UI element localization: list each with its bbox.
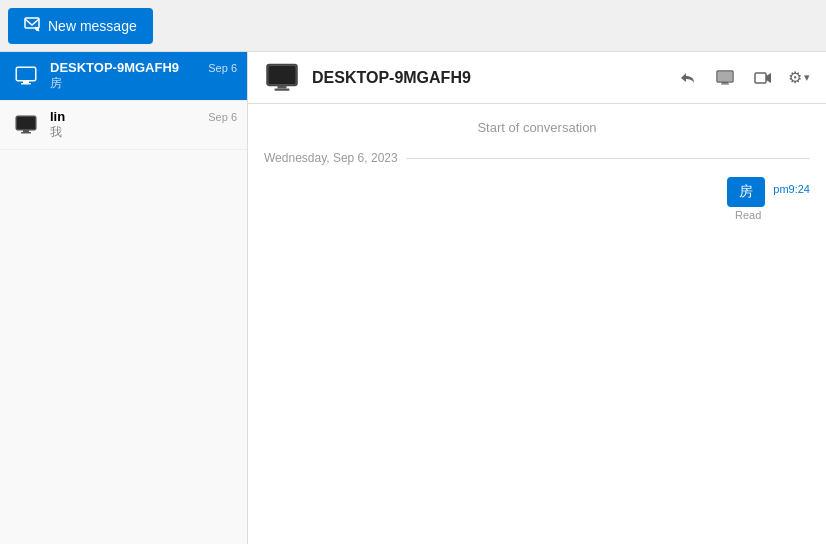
conv-date-desktop: Sep 6 [208, 60, 237, 74]
settings-dropdown-button[interactable]: ⚙ ▾ [788, 68, 810, 87]
main-layout: DESKTOP-9MGAFH9 房 Sep 6 lin 我 Sep 6 [0, 52, 826, 544]
svg-rect-5 [17, 68, 35, 80]
header-bar: New message [0, 0, 826, 52]
conversation-item-lin[interactable]: lin 我 Sep 6 [0, 101, 247, 150]
conv-info-lin: lin 我 [50, 109, 208, 141]
svg-rect-10 [23, 130, 29, 132]
conv-preview-lin: 我 [50, 124, 208, 141]
message-status: Read [727, 209, 765, 221]
svg-rect-19 [721, 83, 729, 84]
svg-rect-15 [275, 88, 290, 90]
settings-icon: ⚙ [788, 68, 802, 87]
svg-rect-0 [25, 18, 39, 28]
svg-rect-7 [21, 83, 31, 85]
new-message-button[interactable]: New message [8, 8, 153, 44]
chat-header-avatar [264, 60, 300, 96]
new-message-label: New message [48, 18, 137, 34]
message-bubble: 房 [727, 177, 765, 207]
svg-rect-6 [23, 81, 29, 83]
sidebar: DESKTOP-9MGAFH9 房 Sep 6 lin 我 Sep 6 [0, 52, 248, 544]
svg-rect-14 [278, 85, 287, 88]
svg-rect-20 [755, 73, 766, 83]
avatar-desktop [10, 60, 42, 92]
conv-name-desktop: DESKTOP-9MGAFH9 [50, 60, 208, 75]
conversation-item-desktop[interactable]: DESKTOP-9MGAFH9 房 Sep 6 [0, 52, 247, 101]
messages-area: Start of conversation Wednesday, Sep 6, … [248, 104, 826, 544]
svg-rect-11 [21, 132, 31, 134]
video-call-icon-button[interactable] [750, 65, 776, 91]
screen-share-icon-button[interactable] [712, 65, 738, 91]
message-row: pm9:24 房 Read [264, 177, 810, 221]
chat-header-actions: ⚙ ▾ [674, 65, 810, 91]
conv-info-desktop: DESKTOP-9MGAFH9 房 [50, 60, 208, 92]
conv-name-lin: lin [50, 109, 208, 124]
svg-rect-17 [718, 72, 732, 81]
svg-rect-9 [17, 117, 35, 129]
svg-rect-18 [722, 82, 728, 84]
conv-date-lin: Sep 6 [208, 109, 237, 123]
chat-contact-name: DESKTOP-9MGAFH9 [312, 69, 674, 87]
chat-header: DESKTOP-9MGAFH9 [248, 52, 826, 104]
avatar-lin [10, 109, 42, 141]
svg-rect-13 [269, 66, 296, 84]
date-divider: Wednesday, Sep 6, 2023 [264, 151, 810, 165]
chevron-down-icon: ▾ [804, 71, 810, 84]
message-time: pm9:24 [773, 177, 810, 195]
date-divider-line [406, 158, 810, 159]
new-message-icon [24, 16, 40, 36]
chat-area: DESKTOP-9MGAFH9 [248, 52, 826, 544]
start-of-conversation-label: Start of conversation [264, 120, 810, 135]
date-label: Wednesday, Sep 6, 2023 [264, 151, 398, 165]
conv-preview-desktop: 房 [50, 75, 208, 92]
reply-icon-button[interactable] [674, 65, 700, 91]
